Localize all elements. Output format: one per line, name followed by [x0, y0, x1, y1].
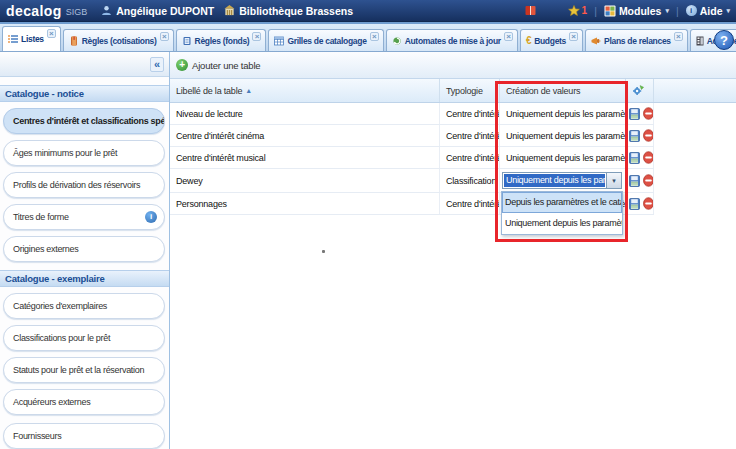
close-icon[interactable]: × — [252, 32, 261, 41]
delete-icon[interactable] — [643, 129, 654, 142]
book-blue-icon — [182, 36, 192, 46]
current-user[interactable]: Angélique DUPONT — [101, 5, 214, 17]
sidebar-item-statuts-pret-reservation[interactable]: Statuts pour le prêt et la réservation — [3, 357, 165, 383]
select-dropdown-button[interactable]: ▾ — [606, 173, 621, 188]
cell-libelle: Centre d'intérêt cinéma — [170, 125, 440, 146]
save-icon[interactable] — [629, 130, 640, 142]
info-icon[interactable]: i — [145, 211, 157, 223]
aide-label: Aide — [700, 5, 723, 17]
cell-typologie: Centre d'intérêt — [440, 103, 500, 124]
chevron-down-icon: ▾ — [612, 177, 615, 185]
list-icon — [8, 34, 18, 44]
red-book-icon[interactable] — [524, 4, 537, 17]
table-row[interactable]: Centre d'intérêt musical Centre d'intérê… — [170, 147, 654, 169]
chevron-down-icon: ▾ — [665, 7, 669, 15]
creation-valeurs-select[interactable]: Uniquement depuis les paramètres ▾ — [502, 172, 622, 189]
delete-icon[interactable] — [643, 107, 654, 120]
table-row-editing[interactable]: Dewey Classification Uniquement depuis l… — [170, 169, 654, 193]
save-icon[interactable] — [629, 108, 640, 120]
delete-icon[interactable] — [643, 174, 654, 187]
add-table-button[interactable]: + Ajouter une table — [176, 59, 260, 71]
tab-regles-fonds[interactable]: Règles (fonds) × — [176, 29, 267, 51]
favorites-indicator[interactable]: 1 — [568, 5, 588, 17]
tab-regles-cotisations[interactable]: Règles (cotisations) × — [63, 29, 174, 51]
separator: | — [676, 5, 679, 17]
tab-bar: Listes × Règles (cotisations) × Règles (… — [0, 22, 736, 52]
table-row[interactable]: Niveau de lecture Centre d'intérêt Uniqu… — [170, 103, 654, 125]
section-catalogue-exemplaire: Catalogue - exemplaire — [0, 270, 169, 287]
cell-actions — [626, 103, 654, 124]
close-icon[interactable]: × — [160, 32, 169, 41]
sidebar-item-origines-externes[interactable]: Origines externes — [3, 236, 165, 262]
tab-budgets[interactable]: € Budgets × — [520, 29, 583, 51]
select-option[interactable]: Uniquement depuis les paramètres — [502, 213, 622, 234]
collapse-sidebar-button[interactable]: « — [150, 57, 164, 72]
tab-label: Plans de relances — [604, 36, 671, 46]
help-button[interactable]: ? — [714, 30, 734, 50]
tab-automates-mise-a-jour[interactable]: Automates de mise à jour × — [386, 29, 518, 51]
cell-creation: Uniquement depuis les paramètres — [500, 103, 626, 124]
sidebar-item-label: Classifications pour le prêt — [13, 333, 110, 343]
sidebar-item-centres-interet[interactable]: Centres d'intérêt et classifications spé… — [3, 108, 165, 134]
modules-grid-icon — [604, 5, 616, 17]
column-label: Libellé de la table — [176, 86, 242, 96]
cell-creation: Uniquement depuis les paramètres — [500, 147, 626, 168]
cell-actions — [626, 147, 654, 168]
delete-icon[interactable] — [643, 151, 654, 164]
sidebar-item-acquereurs-externes[interactable]: Acquéreurs externes — [3, 389, 165, 415]
sidebar-item-categories-exemplaires[interactable]: Catégories d'exemplaires — [3, 293, 165, 319]
save-icon[interactable] — [629, 198, 640, 210]
sidebar: « Catalogue - notice Centres d'intérêt e… — [0, 52, 170, 449]
save-icon[interactable] — [629, 152, 640, 164]
sidebar-item-label: Profils de dérivation des réservoirs — [13, 180, 140, 190]
close-icon[interactable]: × — [47, 29, 56, 38]
cell-actions — [626, 169, 654, 192]
column-header-typologie[interactable]: Typologie — [440, 79, 500, 102]
sidebar-item-ages-minimums[interactable]: Âges minimums pour le prêt — [3, 140, 165, 166]
table-header-filler — [654, 79, 736, 102]
cell-actions — [626, 193, 654, 214]
sidebar-item-label: Âges minimums pour le prêt — [13, 148, 117, 158]
cell-libelle: Centre d'intérêt musical — [170, 147, 440, 168]
sidebar-item-label: Catégories d'exemplaires — [13, 301, 107, 311]
cell-libelle: Dewey — [170, 169, 440, 192]
add-table-label: Ajouter une table — [192, 60, 260, 71]
tab-label: Règles (cotisations) — [82, 36, 157, 46]
tab-label: Listes — [21, 34, 44, 44]
gear-icon — [632, 85, 644, 97]
tab-grilles-catalogage[interactable]: Grilles de catalogage × — [268, 29, 383, 51]
sidebar-item-titres-de-forme[interactable]: Titres de forme i — [3, 204, 165, 230]
modules-menu[interactable]: Modules ▾ — [604, 5, 669, 17]
app-logo: decalog — [6, 3, 62, 19]
cell-libelle: Niveau de lecture — [170, 103, 440, 124]
tab-listes[interactable]: Listes × — [2, 26, 61, 51]
cell-libelle: Personnages — [170, 193, 440, 214]
stray-mark — [322, 250, 325, 253]
sidebar-item-classifications-pret[interactable]: Classifications pour le prêt — [3, 325, 165, 351]
delete-icon[interactable] — [643, 197, 654, 210]
sidebar-item-label: Titres de forme — [13, 212, 69, 222]
close-icon[interactable]: × — [504, 32, 513, 41]
close-icon[interactable]: × — [569, 32, 578, 41]
column-header-actions[interactable] — [626, 79, 654, 102]
sidebar-item-label: Statuts pour le prêt et la réservation — [13, 365, 144, 375]
current-library[interactable]: Bibliothèque Brassens — [224, 5, 353, 17]
sidebar-item-fournisseurs[interactable]: Fournisseurs — [3, 423, 165, 449]
main-panel: + Ajouter une table Libellé de la table … — [170, 52, 736, 449]
chevron-down-icon: ▾ — [726, 7, 730, 15]
select-option[interactable]: Depuis les paramètres et le catalogage — [502, 192, 622, 213]
tab-plans-relances[interactable]: Plans de relances × — [585, 29, 688, 51]
aide-menu[interactable]: i Aide ▾ — [686, 5, 730, 17]
info-circle-icon: i — [686, 5, 697, 16]
column-header-libelle[interactable]: Libellé de la table ▲ — [170, 79, 440, 102]
sidebar-item-profils-derivation[interactable]: Profils de dérivation des réservoirs — [3, 172, 165, 198]
close-icon[interactable]: × — [370, 32, 379, 41]
table-row[interactable]: Centre d'intérêt cinéma Centre d'intérêt… — [170, 125, 654, 147]
column-header-creation-valeurs[interactable]: Création de valeurs — [500, 79, 626, 102]
save-icon[interactable] — [629, 175, 640, 187]
tab-label: Automates de mise à jour — [405, 36, 501, 46]
column-label: Création de valeurs — [506, 86, 580, 96]
star-icon — [568, 5, 580, 17]
close-icon[interactable]: × — [674, 32, 683, 41]
main-toolbar: + Ajouter une table — [170, 52, 736, 79]
